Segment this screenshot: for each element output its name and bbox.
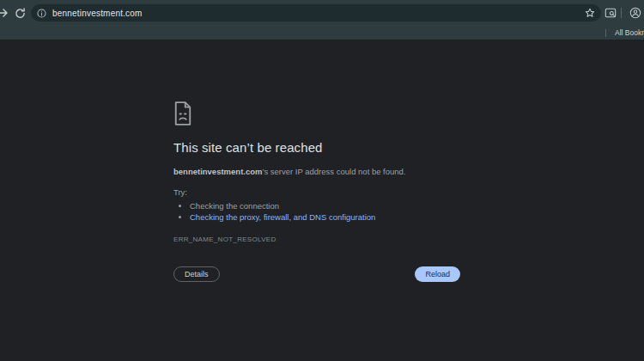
browser-window: bennetinvestment.com bbox=[0, 0, 644, 361]
details-button[interactable]: Details bbox=[173, 266, 220, 282]
suggestions-list: Checking the connection Checking the pro… bbox=[173, 200, 460, 223]
reload-icon[interactable] bbox=[12, 0, 27, 26]
address-bar[interactable]: bennetinvestment.com bbox=[31, 4, 601, 21]
error-description: bennetinvestment.com’s server IP address… bbox=[173, 167, 460, 176]
error-page: This site can’t be reached bennetinvestm… bbox=[173, 101, 460, 282]
bookmark-star-icon[interactable] bbox=[585, 8, 595, 18]
all-bookmarks-button[interactable]: All Bookmarks bbox=[611, 28, 644, 37]
error-title: This site can’t be reached bbox=[173, 140, 460, 155]
bookmarks-bar: All Bookmarks bbox=[0, 26, 644, 40]
toolbar-divider bbox=[621, 8, 622, 18]
suggestion-item: Checking the connection bbox=[190, 200, 460, 211]
suggestion-text: Checking the connection bbox=[190, 201, 279, 211]
try-label: Try: bbox=[173, 187, 460, 197]
reload-button[interactable]: Reload bbox=[415, 266, 460, 282]
profile-avatar-icon[interactable] bbox=[627, 0, 644, 26]
error-code: ERR_NAME_NOT_RESOLVED bbox=[173, 236, 460, 243]
side-panel-icon[interactable] bbox=[603, 0, 618, 26]
error-domain: bennetinvestment.com bbox=[173, 167, 262, 176]
sad-file-icon bbox=[173, 101, 192, 125]
dns-configuration-link[interactable]: Checking the proxy, firewall, and DNS co… bbox=[190, 212, 375, 222]
error-description-text: ’s server IP address could not be found. bbox=[262, 167, 405, 176]
url-text: bennetinvestment.com bbox=[52, 9, 585, 18]
suggestion-item: Checking the proxy, firewall, and DNS co… bbox=[190, 211, 460, 223]
all-bookmarks-label: All Bookmarks bbox=[615, 28, 644, 37]
forward-arrow-icon[interactable] bbox=[0, 0, 12, 26]
browser-toolbar: bennetinvestment.com bbox=[0, 0, 644, 26]
bookmarks-divider bbox=[605, 29, 606, 37]
info-icon[interactable] bbox=[37, 9, 46, 18]
error-buttons-row: Details Reload bbox=[173, 266, 460, 282]
